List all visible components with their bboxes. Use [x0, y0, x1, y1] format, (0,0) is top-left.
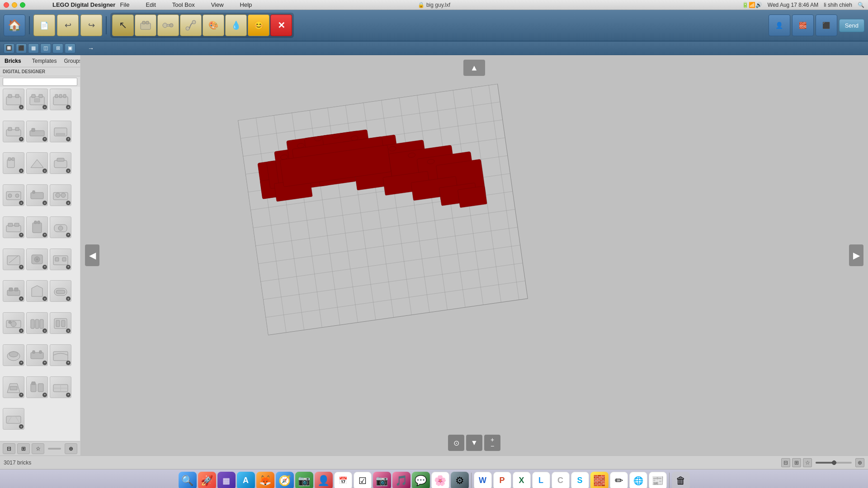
list-view-btn[interactable]: ⊟	[3, 443, 15, 454]
menu-edit[interactable]: Edit	[141, 1, 160, 8]
dock-appstore[interactable]: A	[237, 472, 255, 488]
brick-item[interactable]: +	[3, 312, 24, 334]
maximize-button[interactable]	[20, 2, 25, 8]
brick-item[interactable]: +	[26, 249, 48, 270]
brick-item[interactable]: +	[26, 121, 48, 142]
fav-btn[interactable]: ☆	[32, 443, 44, 454]
brick-item[interactable]: +	[50, 184, 71, 206]
canvas-area[interactable]: ▲ ◀	[80, 55, 868, 455]
eraser-tool-button[interactable]: 😊	[248, 14, 269, 36]
menu-toolbox[interactable]: Tool Box	[168, 1, 199, 8]
panel-bottom-btn-d[interactable]: ⊕	[855, 458, 864, 467]
brick-item[interactable]: +	[50, 216, 71, 238]
brick-item[interactable]: +	[3, 249, 24, 270]
brick-item[interactable]: +	[50, 312, 71, 334]
tab-templates[interactable]: Templates	[30, 57, 59, 65]
grid-view-btn[interactable]: ⊞	[17, 443, 30, 454]
brick-item[interactable]: +	[50, 280, 71, 302]
panel-bottom-btn-b[interactable]: ⊞	[792, 458, 801, 467]
home-button[interactable]: 🏠	[4, 14, 25, 36]
brick-item[interactable]: +	[50, 152, 71, 174]
brick-tool-button[interactable]	[135, 14, 156, 36]
tab-bricks[interactable]: Bricks	[3, 57, 23, 65]
brick-item[interactable]: +	[26, 280, 48, 302]
panel-bottom-btn-a[interactable]: ⊟	[781, 458, 790, 467]
nav-down-button[interactable]: ▼	[466, 435, 482, 451]
tab-groups[interactable]: Groups	[62, 57, 80, 65]
brick-item[interactable]: +	[3, 89, 24, 110]
flex-tool-button[interactable]	[180, 14, 202, 36]
redo-button[interactable]: ↪	[80, 14, 102, 36]
dock-excel[interactable]: X	[513, 472, 531, 488]
brick-item[interactable]: +	[26, 216, 48, 238]
delete-tool-button[interactable]: ✕	[270, 14, 292, 36]
brick-item[interactable]: +	[26, 376, 48, 398]
sub-btn-6[interactable]: ▣	[65, 43, 75, 53]
zoom-plus-button[interactable]: + −	[484, 435, 500, 451]
dock-messages[interactable]: 💬	[412, 472, 430, 488]
undo-button[interactable]: ↩	[57, 14, 79, 36]
minimize-button[interactable]	[12, 2, 17, 8]
brick-item[interactable]: +	[50, 89, 71, 110]
dock-photos2[interactable]: 📷	[373, 472, 391, 488]
send-button[interactable]: Send	[839, 19, 864, 32]
search-icon[interactable]: 🔍	[858, 2, 864, 8]
brick-item[interactable]: +	[50, 376, 71, 398]
brick-item[interactable]: +	[26, 152, 48, 174]
brick-item[interactable]: +	[3, 280, 24, 302]
view-button-2[interactable]: 🧱	[792, 14, 814, 36]
new-button[interactable]: 📄	[33, 14, 55, 36]
zoom-end-btn[interactable]: ⊕	[65, 443, 77, 454]
brick-item[interactable]: +	[26, 184, 48, 206]
zoom-reset-button[interactable]: ⊙	[448, 435, 464, 451]
view-button-3[interactable]: ⬛	[816, 14, 837, 36]
brick-item[interactable]: +	[3, 121, 24, 142]
brick-item[interactable]: +	[26, 344, 48, 366]
dock-news[interactable]: 📰	[649, 472, 667, 488]
search-input[interactable]	[3, 78, 77, 86]
sub-btn-3[interactable]: ▦	[28, 43, 39, 53]
sub-btn-5[interactable]: ⊞	[52, 43, 63, 53]
panel-bottom-btn-c[interactable]: ☆	[803, 458, 812, 467]
dock-launchpad[interactable]: 🚀	[198, 472, 216, 488]
nav-left-button[interactable]: ◀	[85, 244, 99, 266]
brick-item[interactable]: +	[26, 312, 48, 334]
eyedrop-tool-button[interactable]: 💧	[225, 14, 247, 36]
dock-safari[interactable]: 🧭	[276, 472, 294, 488]
view-button-1[interactable]: 👤	[769, 14, 790, 36]
brick-item[interactable]: +	[50, 121, 71, 142]
menu-bar[interactable]: File Edit Tool Box View Help	[115, 1, 256, 8]
menu-view[interactable]: View	[207, 1, 228, 8]
dock-mission-control[interactable]: ▦	[217, 472, 236, 488]
dock-finder[interactable]: 🔍	[179, 472, 197, 488]
dock-contacts[interactable]: 👤	[315, 472, 333, 488]
sub-btn-1[interactable]: 🔲	[4, 43, 14, 53]
dock-calendar[interactable]: 📅	[334, 472, 352, 488]
brick-item[interactable]: +	[26, 89, 48, 110]
sub-btn-4[interactable]: ◫	[40, 43, 51, 53]
dock-photos[interactable]: 🌸	[431, 472, 449, 488]
select-tool-button[interactable]: ↖	[112, 14, 134, 36]
dock-chrome[interactable]: 🌐	[629, 472, 647, 488]
hinge-tool-button[interactable]	[157, 14, 179, 36]
sub-btn-2[interactable]: ⬛	[16, 43, 27, 53]
brick-item[interactable]: +	[3, 216, 24, 238]
dock-facetime[interactable]: 📷	[295, 472, 313, 488]
brick-item[interactable]: +	[3, 408, 24, 430]
sub-btn-arrow[interactable]: →	[85, 43, 96, 53]
dock-skype[interactable]: S	[571, 472, 589, 488]
dock-reminders[interactable]: ☑	[354, 472, 372, 488]
nav-right-button[interactable]: ▶	[849, 244, 863, 266]
zoom-slider[interactable]	[48, 448, 61, 450]
dock-firefox[interactable]: 🦊	[256, 472, 274, 488]
brick-item[interactable]: +	[3, 344, 24, 366]
dock-system-prefs[interactable]: ⚙	[451, 472, 469, 488]
dock-libreoffice[interactable]: L	[532, 472, 550, 488]
nav-up-button[interactable]: ▲	[463, 60, 485, 76]
dock-lego-builder[interactable]: 🧱	[590, 472, 609, 488]
brick-item[interactable]: +	[50, 344, 71, 366]
dock-itunes[interactable]: 🎵	[392, 472, 410, 488]
brick-item[interactable]: +	[3, 376, 24, 398]
close-button[interactable]	[4, 2, 9, 8]
dock-app2[interactable]: C	[552, 472, 570, 488]
